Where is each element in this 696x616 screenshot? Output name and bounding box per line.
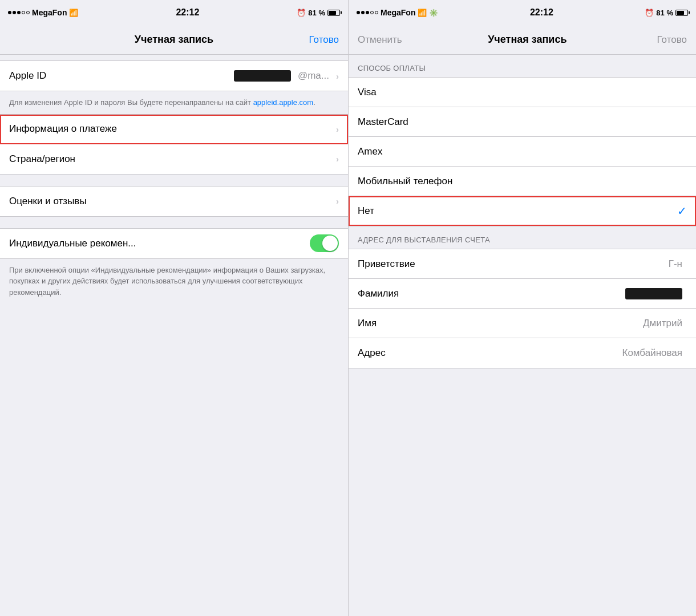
rdot2 — [361, 11, 365, 14]
rdot5 — [375, 11, 378, 14]
rdot3 — [366, 11, 369, 14]
dot2 — [13, 11, 16, 14]
signal-dots — [8, 11, 30, 14]
right-signal-dots — [357, 11, 378, 14]
recommendations-toggle[interactable] — [310, 234, 339, 252]
left-panel: MegaFon 📶 22:12 ⏰ 81 % Back Учетная запи… — [0, 0, 348, 616]
apple-id-group: Apple ID @ma... › — [0, 60, 348, 91]
country-row[interactable]: Страна/регион › — [0, 144, 348, 174]
appleid-link[interactable]: appleid.apple.com — [253, 98, 314, 107]
greeting-value: Г-н — [669, 258, 682, 270]
mastercard-label: MasterCard — [358, 116, 687, 128]
right-status-left: MegaFon 📶 ✳️ — [357, 8, 438, 17]
greeting-label: Приветствие — [358, 258, 669, 270]
right-wifi-icon: 📶 — [418, 9, 427, 17]
apple-id-row[interactable]: Apple ID @ma... › — [0, 61, 348, 91]
visa-option-row[interactable]: Visa — [349, 78, 696, 107]
rdot1 — [357, 11, 360, 14]
visa-label: Visa — [358, 87, 687, 98]
payment-country-group: Информация о платеже › Страна/регион › — [0, 114, 348, 175]
address-value: Комбайновая — [622, 347, 683, 359]
apple-id-value-container: @ma... › — [234, 70, 339, 82]
right-brightness-icon: ✳️ — [429, 9, 438, 17]
toggle-group: Индивидуальные рекомен... — [0, 228, 348, 259]
right-nav-bar: Отменить Учетная запись Готово — [349, 25, 696, 55]
alarm-icon: ⏰ — [297, 9, 306, 17]
address-label: Адрес — [358, 347, 622, 359]
payment-info-row[interactable]: Информация о платеже › — [0, 115, 348, 144]
toggle-label: Индивидуальные рекомен... — [9, 238, 310, 249]
left-time: 22:12 — [176, 7, 199, 18]
firstname-value: Дмитрий — [643, 318, 682, 329]
greeting-row[interactable]: Приветствие Г-н — [349, 249, 696, 279]
none-label: Нет — [358, 205, 677, 217]
amex-label: Amex — [358, 146, 687, 157]
right-battery-fill — [677, 11, 685, 15]
rdot4 — [370, 11, 374, 14]
carrier-label: MegaFon — [32, 8, 67, 17]
mobile-option-row[interactable]: Мобильный телефон — [349, 167, 696, 196]
address-row[interactable]: Адрес Комбайновая — [349, 338, 696, 368]
toggle-description: При включенной опции «Индивидуальные рек… — [9, 266, 325, 297]
left-status-bar: MegaFon 📶 22:12 ⏰ 81 % — [0, 0, 348, 25]
country-chevron: › — [336, 154, 339, 164]
apple-id-desc-block: Для изменения Apple ID и пароля Вы будет… — [0, 91, 348, 114]
apple-id-description: Для изменения Apple ID и пароля Вы будет… — [9, 98, 315, 107]
billing-rows-group: Приветствие Г-н Фамилия Имя Дмитрий Адре… — [349, 249, 696, 368]
ratings-row[interactable]: Оценки и отзывы › — [0, 187, 348, 216]
desc-text1-end: . — [313, 98, 315, 107]
lastname-row[interactable]: Фамилия — [349, 279, 696, 309]
country-label: Страна/регион — [9, 153, 336, 165]
left-done-btn[interactable]: Готово — [305, 34, 339, 46]
ratings-label: Оценки и отзывы — [9, 196, 336, 207]
dot3 — [17, 11, 21, 14]
spacer2 — [0, 217, 348, 228]
spacer1 — [0, 175, 348, 186]
none-option-row[interactable]: Нет ✓ — [349, 196, 696, 226]
right-done-btn[interactable]: Готово — [653, 34, 687, 46]
mobile-label: Мобильный телефон — [358, 176, 687, 187]
firstname-label: Имя — [358, 318, 643, 329]
none-checkmark: ✓ — [677, 204, 687, 218]
right-carrier: MegaFon — [381, 8, 415, 17]
apple-id-suffix: @ma... — [298, 70, 329, 82]
spacer-top — [0, 55, 348, 60]
dot5 — [26, 11, 30, 14]
left-status-left: MegaFon 📶 — [8, 8, 78, 17]
left-nav-bar: Back Учетная запись Готово — [0, 25, 348, 55]
toggle-knob — [322, 236, 338, 251]
right-panel: MegaFon 📶 ✳️ 22:12 ⏰ 81 % Отменить Учетн… — [348, 0, 696, 616]
right-cancel-btn[interactable]: Отменить — [358, 34, 402, 46]
right-status-right: ⏰ 81 % — [645, 9, 688, 17]
lastname-value-redacted — [625, 288, 682, 299]
payment-section-header: Способ оплаты — [349, 55, 696, 77]
battery-icon-left — [327, 10, 340, 16]
battery-fill-left — [329, 11, 337, 15]
desc-text1: Для изменения Apple ID и пароля Вы будет… — [9, 98, 253, 107]
toggle-desc-block: При включенной опции «Индивидуальные рек… — [0, 259, 348, 304]
right-battery-pct: 81 % — [656, 9, 673, 17]
payment-info-chevron: › — [336, 124, 339, 134]
dot4 — [22, 11, 25, 14]
dot1 — [8, 11, 11, 14]
apple-id-redacted — [234, 70, 291, 82]
apple-id-label: Apple ID — [9, 70, 234, 82]
apple-id-chevron: › — [336, 71, 339, 81]
lastname-label: Фамилия — [358, 288, 625, 299]
battery-pct-left: 81 % — [308, 9, 325, 17]
billing-section-header: Адрес для выставления счета — [349, 226, 696, 249]
right-nav-title: Учетная запись — [402, 34, 653, 46]
firstname-row[interactable]: Имя Дмитрий — [349, 309, 696, 338]
left-nav-title: Учетная запись — [43, 34, 305, 46]
wifi-icon: 📶 — [69, 9, 78, 17]
right-battery-icon — [675, 10, 688, 16]
toggle-row[interactable]: Индивидуальные рекомен... — [0, 229, 348, 258]
ratings-group: Оценки и отзывы › — [0, 186, 348, 217]
right-time: 22:12 — [530, 7, 553, 18]
right-status-bar: MegaFon 📶 ✳️ 22:12 ⏰ 81 % — [349, 0, 696, 25]
left-status-right: ⏰ 81 % — [297, 9, 340, 17]
amex-option-row[interactable]: Amex — [349, 137, 696, 167]
payment-info-label: Информация о платеже — [9, 123, 336, 135]
mastercard-option-row[interactable]: MasterCard — [349, 107, 696, 137]
right-alarm-icon: ⏰ — [645, 9, 654, 17]
